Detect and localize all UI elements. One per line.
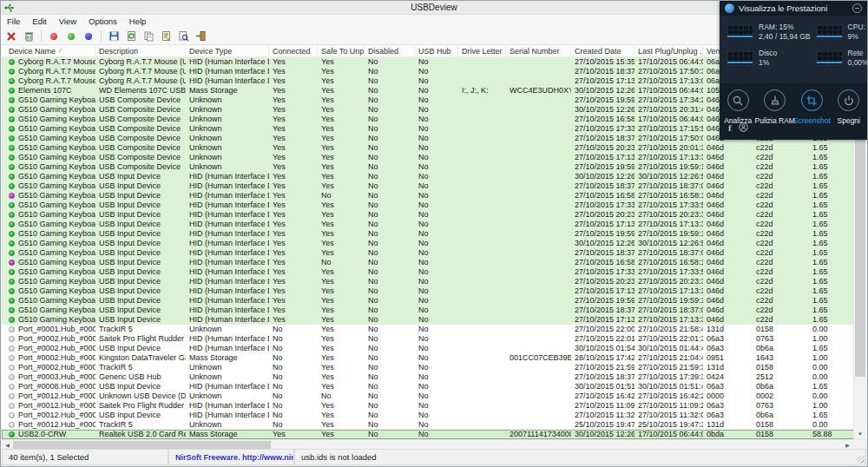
table-row[interactable]: Port_#0002.Hub_#0006TrackIR 5UnknownNoYe… [2, 363, 866, 372]
properties-icon[interactable] [159, 30, 173, 43]
table-row[interactable]: G510 Gaming KeyboardUSB Composite Device… [2, 153, 866, 162]
red-ball-icon[interactable] [47, 30, 61, 43]
facebook-icon[interactable]: f [728, 123, 732, 133]
resize-grip[interactable] [857, 456, 865, 464]
menu-item-file[interactable]: File [1, 16, 26, 26]
table-row[interactable]: Port_#0012.Hub_#0003TrackIR 5UnknownNoYe… [2, 420, 866, 430]
find-icon[interactable] [176, 30, 190, 43]
menu-item-view[interactable]: View [53, 16, 82, 26]
horizontal-scroll-thumb[interactable] [13, 441, 271, 449]
cell-desc: Cyborg R.A.T.7 Mouse (USB) [95, 76, 186, 86]
column-header-desc[interactable]: Description [95, 45, 186, 56]
table-row[interactable]: Port_#0001.Hub_#0006TrackIR 5UnknownNoYe… [2, 325, 866, 334]
shutdown-button[interactable]: Spegni [831, 89, 868, 140]
magnifier-icon [727, 89, 749, 111]
uninstall-icon[interactable] [22, 30, 36, 43]
cell-created: 27/10/2015 19:59:17 [571, 296, 635, 306]
table-row[interactable]: Port_#0002.Hub_#0006USB Input DeviceHID … [2, 344, 866, 353]
blue-ball-icon[interactable] [82, 30, 95, 43]
table-row[interactable]: G510 Gaming KeyboardUSB Composite Device… [2, 162, 866, 172]
table-row[interactable]: G510 Gaming KeyboardUSB Input DeviceHID … [2, 248, 866, 258]
cell-desc: USB Input Device [95, 201, 186, 210]
cell-product: c22d [753, 239, 809, 248]
column-header-type[interactable]: Device Type [186, 45, 269, 56]
screenshot-button[interactable]: Screenshot [793, 89, 831, 140]
cell-hub: No [415, 229, 458, 239]
column-header-conn[interactable]: Connected [269, 45, 318, 56]
menu-item-edit[interactable]: Edit [26, 16, 52, 26]
delete-icon[interactable] [4, 30, 18, 43]
cell-last: 27/10/2015 20:23:39 [635, 277, 703, 286]
cell-type: Unknown [186, 420, 269, 430]
column-header-last[interactable]: Last Plug/Unplug ... [635, 45, 703, 56]
column-header-drive[interactable]: Drive Letter [458, 45, 506, 56]
table-row[interactable]: Port_#0003.Hub_#0003Generic USB HubUnkno… [2, 372, 866, 382]
cell-desc: USB Composite Device [95, 153, 186, 162]
table-row[interactable]: G510 Gaming KeyboardUSB Input DeviceHID … [2, 258, 866, 267]
cell-power: 1.65 [809, 296, 857, 306]
menu-item-options[interactable]: Options [82, 16, 123, 26]
column-header-dis[interactable]: Disabled [365, 45, 415, 56]
column-header-serial[interactable]: Serial Number [506, 45, 571, 56]
cell-type: HID (Human Interface D... [186, 57, 269, 67]
cell-desc: TrackIR 5 [95, 420, 186, 430]
column-header-created[interactable]: Created Date [571, 45, 635, 56]
cell-vendor: 0bda [703, 430, 753, 439]
status-nirsoft-link[interactable]: NirSoft Freeware. http://www.nirsoft.net [168, 449, 294, 465]
cell-power: 0.00 [809, 325, 857, 334]
cell-created: 28/10/2015 17:42:43 [571, 353, 635, 363]
cell-desc: TrackIR 5 [95, 325, 186, 334]
menu-item-help[interactable]: Help [123, 16, 153, 26]
cell-name: G510 Gaming Keyboard [5, 258, 95, 267]
column-header-safe[interactable]: Safe To Unpl... [318, 45, 365, 56]
overlay-title-bar[interactable]: Visualizza le Prestazioni [720, 1, 867, 16]
device-status-icon [9, 412, 15, 418]
table-row[interactable]: USB2.0-CRWRealtek USB 2.0 Card ReaderMas… [2, 430, 866, 439]
cell-desc: Realtek USB 2.0 Card Reader [95, 430, 186, 439]
table-row[interactable]: G510 Gaming KeyboardUSB Input DeviceHID … [2, 315, 866, 325]
cell-desc: USB Input Device [95, 382, 186, 391]
table-row[interactable]: Port_#0012.Hub_#0003USB Input DeviceHID … [2, 411, 866, 420]
cell-desc: USB Input Device [95, 277, 186, 286]
table-row[interactable]: G510 Gaming KeyboardUSB Input DeviceHID … [2, 296, 866, 306]
scroll-down-icon[interactable]: ▼ [854, 428, 866, 439]
table-row[interactable]: G510 Gaming KeyboardUSB Input DeviceHID … [2, 277, 866, 286]
device-status-icon [9, 307, 15, 313]
table-row[interactable]: G510 Gaming KeyboardUSB Input DeviceHID … [2, 229, 866, 239]
table-row[interactable]: G510 Gaming KeyboardUSB Input DeviceHID … [2, 306, 866, 315]
green-ball-icon[interactable] [64, 30, 78, 43]
cell-hub: No [415, 277, 458, 286]
table-row[interactable]: G510 Gaming KeyboardUSB Input DeviceHID … [2, 181, 866, 191]
table-row[interactable]: Port_#0012.Hub_#0003Unknown USB Device (… [2, 391, 866, 401]
refresh-icon[interactable] [124, 30, 138, 43]
minimize-icon[interactable] [852, 3, 862, 13]
table-row[interactable]: G510 Gaming KeyboardUSB Input DeviceHID … [2, 201, 866, 210]
table-row[interactable]: G510 Gaming KeyboardUSB Input DeviceHID … [2, 191, 866, 201]
copy-icon[interactable] [141, 30, 155, 43]
column-header-name[interactable]: Device Name∕ [5, 45, 95, 56]
cell-safe: Yes [318, 353, 365, 363]
column-header-hub[interactable]: USB Hub [415, 45, 458, 56]
table-row[interactable]: G510 Gaming KeyboardUSB Input DeviceHID … [2, 210, 866, 220]
table-row[interactable]: G510 Gaming KeyboardUSB Input DeviceHID … [2, 172, 866, 181]
cell-conn: No [269, 382, 318, 391]
table-row[interactable]: G510 Gaming KeyboardUSB Input DeviceHID … [2, 267, 866, 277]
save-icon[interactable] [107, 30, 121, 43]
table-row[interactable]: G510 Gaming KeyboardUSB Input DeviceHID … [2, 220, 866, 229]
cell-desc: TrackIR 5 [95, 363, 186, 372]
disk-stat: Disco1% [727, 49, 811, 68]
table-row[interactable]: Port_#0002.Hub_#0006Saitek Pro Flight Ru… [2, 334, 866, 344]
cell-conn: Yes [269, 210, 318, 220]
table-row[interactable]: Port_#0008.Hub_#0003USB Input DeviceHID … [2, 382, 866, 391]
cell-safe: Yes [318, 344, 365, 353]
clean-ram-button[interactable]: Pulizia RAM [757, 89, 794, 140]
table-row[interactable]: G510 Gaming KeyboardUSB Input DeviceHID … [2, 286, 866, 296]
cell-vendor: 046d [703, 258, 753, 267]
table-row[interactable]: Port_#0002.Hub_#0006Kingston DataTravele… [2, 353, 866, 363]
table-row[interactable]: G510 Gaming KeyboardUSB Input DeviceHID … [2, 239, 866, 248]
table-row[interactable]: Port_#0012.Hub_#0003Saitek Pro Flight Ru… [2, 401, 866, 411]
table-row[interactable]: G510 Gaming KeyboardUSB Composite Device… [2, 143, 866, 153]
cell-desc: Unknown USB Device (Device ... [95, 391, 186, 401]
user-icon[interactable] [739, 120, 748, 135]
exit-icon[interactable] [194, 30, 207, 43]
